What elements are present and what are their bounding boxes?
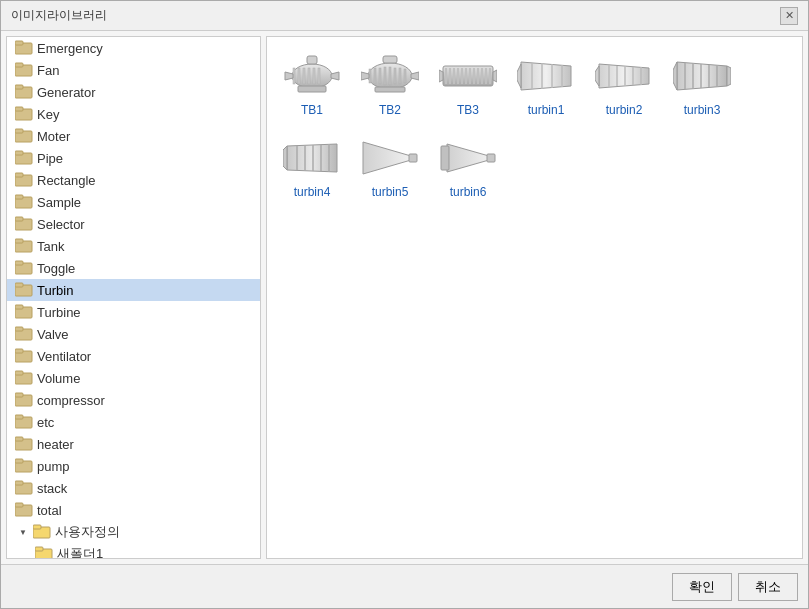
icon-item-TB1[interactable]: TB1 [277, 47, 347, 121]
folder-closed-icon [15, 149, 33, 168]
svg-marker-106 [673, 62, 677, 90]
expand-icon: ▼ [15, 524, 31, 540]
svg-rect-67 [404, 69, 406, 83]
main-window: 이미지라이브러리 ✕ Emergency Fan Generator Key M… [0, 0, 809, 609]
title-bar: 이미지라이브러리 ✕ [1, 1, 808, 31]
sidebar-item-heater[interactable]: heater [7, 433, 260, 455]
folder-closed-icon [15, 457, 33, 476]
sidebar-item-label: 새폴더1 [57, 545, 103, 558]
sidebar-item-custom[interactable]: ▼ 사용자정의 [7, 521, 260, 543]
sidebar-item-turbin[interactable]: Turbin [7, 279, 260, 301]
icon-item-turbin5[interactable]: turbin5 [355, 129, 425, 203]
confirm-button[interactable]: 확인 [672, 573, 732, 601]
sidebar-item-tank[interactable]: Tank [7, 235, 260, 257]
sidebar-item-volume[interactable]: Volume [7, 367, 260, 389]
folder-closed-icon [15, 105, 33, 124]
svg-rect-58 [298, 86, 326, 92]
folder-closed-icon [15, 215, 33, 234]
sidebar-item-label: Emergency [37, 41, 103, 56]
sidebar-item-pump[interactable]: pump [7, 455, 260, 477]
sidebar-item-toggle[interactable]: Toggle [7, 257, 260, 279]
cancel-button[interactable]: 취소 [738, 573, 798, 601]
svg-rect-54 [318, 68, 320, 84]
icon-label-turbin2: turbin2 [606, 103, 643, 117]
sidebar-item-compressor[interactable]: compressor [7, 389, 260, 411]
icon-item-turbin4[interactable]: turbin4 [277, 129, 347, 203]
svg-marker-99 [595, 66, 599, 86]
sidebar-item-total[interactable]: total [7, 499, 260, 521]
sidebar-item-label: Rectangle [37, 173, 96, 188]
folder-closed-icon [15, 193, 33, 212]
svg-rect-81 [477, 68, 479, 84]
sidebar-item-label: Generator [37, 85, 96, 100]
right-panel: TB1 TB2 [266, 36, 803, 559]
sidebar-item-label: compressor [37, 393, 105, 408]
sidebar-item-label: stack [37, 481, 67, 496]
folder-open-icon [33, 523, 51, 542]
svg-rect-78 [465, 68, 467, 84]
icon-label-turbin3: turbin3 [684, 103, 721, 117]
sidebar-item-label: pump [37, 459, 70, 474]
svg-rect-11 [15, 151, 23, 155]
sidebar-item-label: Ventilator [37, 349, 91, 364]
svg-rect-82 [481, 68, 483, 84]
svg-marker-117 [447, 144, 489, 172]
folder-closed-icon [15, 127, 33, 146]
sidebar-item-emergency[interactable]: Emergency [7, 37, 260, 59]
icon-item-turbin6[interactable]: turbin6 [433, 129, 503, 203]
svg-rect-9 [15, 129, 23, 133]
sidebar-item-ventilator[interactable]: Ventilator [7, 345, 260, 367]
folder-closed-icon [15, 347, 33, 366]
folder-closed-icon [15, 391, 33, 410]
sidebar-item-label: Volume [37, 371, 80, 386]
svg-rect-77 [461, 68, 463, 84]
icon-item-turbin3[interactable]: turbin3 [667, 47, 737, 121]
sidebar-item-generator[interactable]: Generator [7, 81, 260, 103]
sidebar-item-etc[interactable]: etc [7, 411, 260, 433]
folder-closed-icon [15, 369, 33, 388]
icon-item-turbin2[interactable]: turbin2 [589, 47, 659, 121]
svg-rect-76 [457, 68, 459, 84]
icon-label-turbin5: turbin5 [372, 185, 409, 199]
icon-item-TB2[interactable]: TB2 [355, 47, 425, 121]
sidebar-item-fan[interactable]: Fan [7, 59, 260, 81]
sidebar-item-label: Tank [37, 239, 64, 254]
icon-image-TB2 [360, 51, 420, 101]
window-title: 이미지라이브러리 [11, 7, 107, 24]
svg-rect-63 [384, 67, 386, 85]
icon-image-TB3 [438, 51, 498, 101]
sidebar-item-moter[interactable]: Moter [7, 125, 260, 147]
svg-marker-86 [493, 70, 497, 82]
icon-item-TB3[interactable]: TB3 [433, 47, 503, 121]
svg-rect-5 [15, 85, 23, 89]
svg-rect-17 [15, 217, 23, 221]
folder-closed-icon [15, 237, 33, 256]
sidebar-item-label: Turbin [37, 283, 73, 298]
icon-image-turbin4 [282, 133, 342, 183]
sidebar-item-rectangle[interactable]: Rectangle [7, 169, 260, 191]
svg-rect-50 [298, 68, 300, 84]
sidebar-item-turbine[interactable]: Turbine [7, 301, 260, 323]
svg-rect-7 [15, 107, 23, 111]
close-button[interactable]: ✕ [780, 7, 798, 25]
icon-item-turbin1[interactable]: turbin1 [511, 47, 581, 121]
svg-rect-13 [15, 173, 23, 177]
tree-area[interactable]: Emergency Fan Generator Key Moter Pipe R… [7, 37, 260, 558]
icon-image-turbin1 [516, 51, 576, 101]
svg-marker-85 [439, 70, 443, 82]
sidebar-item-selector[interactable]: Selector [7, 213, 260, 235]
icon-label-turbin6: turbin6 [450, 185, 487, 199]
sidebar-item-stack[interactable]: stack [7, 477, 260, 499]
sidebar-item-newfolder1[interactable]: 새폴더1 [7, 543, 260, 558]
svg-rect-27 [15, 327, 23, 331]
svg-rect-79 [469, 68, 471, 84]
sidebar-item-valve[interactable]: Valve [7, 323, 260, 345]
sidebar-item-label: Selector [37, 217, 85, 232]
sidebar-item-label: Turbine [37, 305, 81, 320]
icon-label-TB3: TB3 [457, 103, 479, 117]
folder-open-icon [35, 545, 53, 559]
sidebar-item-key[interactable]: Key [7, 103, 260, 125]
sidebar-item-pipe[interactable]: Pipe [7, 147, 260, 169]
svg-rect-15 [15, 195, 23, 199]
sidebar-item-sample[interactable]: Sample [7, 191, 260, 213]
